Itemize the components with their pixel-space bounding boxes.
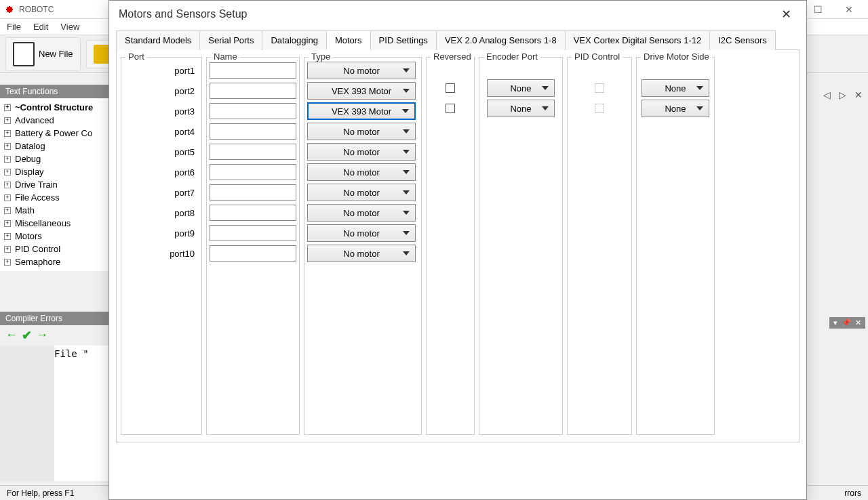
status-right: rrors	[844, 488, 861, 498]
menu-file[interactable]: File	[7, 22, 21, 32]
tab-close-icon[interactable]: ✕	[852, 89, 865, 100]
caret-down-icon	[403, 150, 410, 154]
expand-icon[interactable]: +	[4, 117, 11, 124]
reversed-checkbox-3[interactable]	[446, 104, 455, 113]
pid-column: PID Control	[567, 57, 632, 435]
expand-icon[interactable]: +	[4, 130, 11, 137]
drive-legend: Drive Motor Side	[641, 51, 712, 62]
close-icon[interactable]: ✕	[840, 4, 859, 15]
dialog-title: Motors and Sensors Setup	[119, 8, 247, 20]
caret-down-icon	[403, 170, 410, 174]
type-dropdown-8[interactable]: No motor	[307, 204, 416, 222]
tab-i2c-sensors[interactable]: I2C Sensors	[709, 30, 776, 50]
panel-menu-icon[interactable]: ▾	[833, 318, 837, 327]
expand-icon[interactable]: +	[4, 259, 11, 266]
caret-down-icon	[403, 190, 410, 194]
drive-dropdown-2[interactable]: None	[642, 79, 709, 97]
dialog-tabs: Standard Models Serial Ports Datalogging…	[116, 30, 800, 50]
right-tab-nav: ◁ ▷ ✕	[818, 87, 868, 103]
caret-down-icon	[403, 211, 410, 215]
dialog-close-icon[interactable]: ✕	[776, 4, 797, 24]
type-dropdown-6[interactable]: No motor	[307, 163, 416, 181]
panel-pin-icon[interactable]: 📌	[842, 318, 851, 327]
port-label: port9	[124, 228, 199, 238]
pid-legend: PID Control	[572, 51, 623, 62]
type-column: Type No motor VEX 393 Motor VEX 393 Moto…	[304, 57, 422, 435]
expand-icon[interactable]: +	[4, 143, 11, 150]
expand-icon[interactable]: +	[4, 207, 11, 214]
type-dropdown-3[interactable]: VEX 393 Motor	[307, 102, 416, 120]
tab-prev-icon[interactable]: ◁	[821, 89, 833, 100]
menu-edit[interactable]: Edit	[33, 22, 48, 32]
tab-motors[interactable]: Motors	[326, 30, 371, 50]
name-input-5[interactable]	[210, 144, 296, 160]
tab-pid-settings[interactable]: PID Settings	[370, 30, 437, 50]
tab-vex-analog[interactable]: VEX 2.0 Analog Sensors 1-8	[436, 30, 566, 50]
caret-down-icon	[403, 129, 410, 133]
app-logo-icon	[4, 4, 15, 15]
name-input-1[interactable]	[210, 62, 296, 79]
expand-icon[interactable]: +	[4, 246, 11, 253]
tab-next-icon[interactable]: ▷	[836, 89, 849, 100]
type-dropdown-2[interactable]: VEX 393 Motor	[307, 82, 416, 100]
tab-serial-ports[interactable]: Serial Ports	[199, 30, 262, 50]
reversed-column: Reversed	[426, 57, 475, 435]
expand-icon[interactable]: +	[4, 220, 11, 227]
name-input-9[interactable]	[210, 225, 296, 241]
port-label: port10	[124, 249, 199, 259]
panel-close-icon[interactable]: ✕	[855, 318, 861, 327]
menu-view[interactable]: View	[60, 22, 79, 32]
tab-vex-digital[interactable]: VEX Cortex Digital Sensors 1-12	[565, 30, 711, 50]
type-dropdown-4[interactable]: No motor	[307, 123, 416, 140]
pid-checkbox-2	[595, 83, 604, 93]
expand-icon[interactable]: +	[4, 169, 11, 175]
port-label: port6	[124, 167, 199, 178]
caret-down-icon	[696, 106, 703, 110]
port-label: port4	[124, 127, 199, 137]
encoder-dropdown-2[interactable]: None	[487, 79, 555, 97]
panel-controls: ▾ 📌 ✕	[829, 317, 865, 329]
expand-icon[interactable]: +	[4, 156, 11, 163]
tab-content: Port port1 port2 port3 port4 port5 port6…	[116, 49, 800, 442]
type-legend: Type	[309, 51, 333, 62]
type-dropdown-7[interactable]: No motor	[307, 184, 416, 201]
name-column: Name	[206, 57, 300, 435]
maximize-icon[interactable]: ☐	[808, 4, 827, 15]
name-input-7[interactable]	[210, 184, 296, 201]
expand-icon[interactable]: +	[4, 104, 11, 111]
reversed-checkbox-2[interactable]	[446, 83, 455, 93]
tab-standard-models[interactable]: Standard Models	[116, 30, 200, 50]
expand-icon[interactable]: +	[4, 194, 11, 201]
new-file-label: New File	[39, 49, 73, 59]
type-dropdown-10[interactable]: No motor	[307, 245, 416, 262]
expand-icon[interactable]: +	[4, 182, 11, 188]
port-label: port7	[124, 188, 199, 198]
name-input-10[interactable]	[210, 245, 296, 262]
caret-down-icon	[542, 106, 549, 110]
caret-down-icon	[403, 231, 410, 235]
check-icon[interactable]: ✔	[22, 328, 32, 343]
dialog-titlebar: Motors and Sensors Setup ✕	[109, 1, 806, 28]
name-input-8[interactable]	[210, 205, 296, 221]
motors-sensors-dialog: Motors and Sensors Setup ✕ Standard Mode…	[108, 0, 807, 500]
port-column: Port port1 port2 port3 port4 port5 port6…	[121, 57, 202, 435]
port-label: port3	[124, 106, 199, 117]
drive-dropdown-3[interactable]: None	[642, 100, 709, 117]
name-input-2[interactable]	[210, 83, 296, 99]
type-dropdown-9[interactable]: No motor	[307, 224, 416, 242]
new-file-button[interactable]: New File	[5, 37, 81, 71]
drive-column: Drive Motor Side None None	[636, 57, 715, 435]
type-dropdown-5[interactable]: No motor	[307, 143, 416, 161]
name-input-3[interactable]	[210, 103, 296, 119]
name-input-4[interactable]	[210, 123, 296, 140]
port-label: port2	[124, 86, 199, 96]
caret-down-icon	[403, 68, 410, 72]
encoder-legend: Encoder Port	[484, 51, 540, 62]
prev-error-icon[interactable]: ←	[5, 328, 18, 343]
next-error-icon[interactable]: →	[36, 328, 48, 343]
expand-icon[interactable]: +	[4, 233, 11, 240]
encoder-dropdown-3[interactable]: None	[487, 100, 555, 117]
type-dropdown-1[interactable]: No motor	[307, 62, 416, 79]
tab-datalogging[interactable]: Datalogging	[262, 30, 326, 50]
name-input-6[interactable]	[210, 164, 296, 180]
